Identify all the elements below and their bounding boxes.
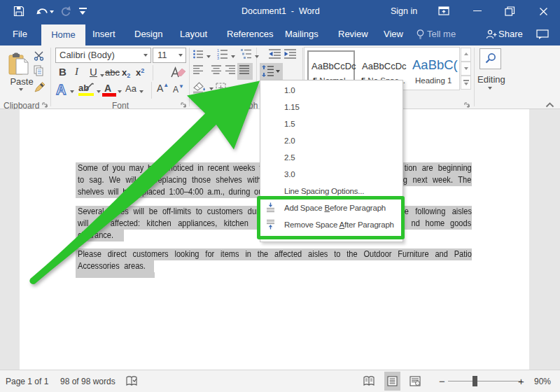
svg-text:3: 3 xyxy=(217,56,219,59)
